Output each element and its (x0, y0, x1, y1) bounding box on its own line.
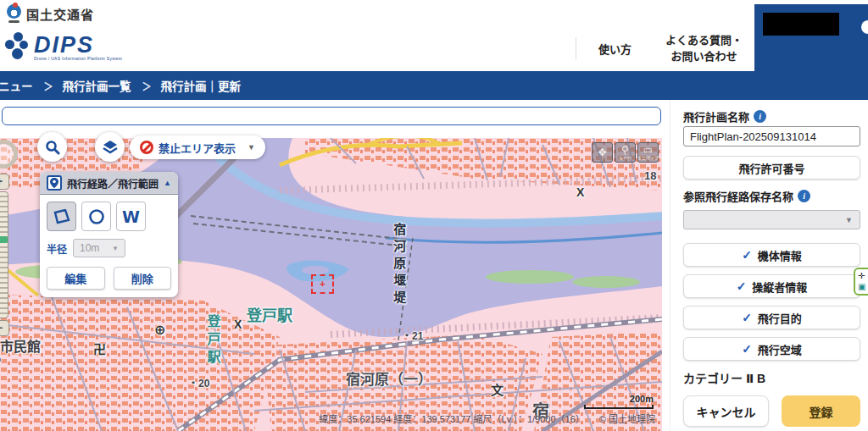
chevron-down-icon[interactable]: ▼ (248, 143, 255, 152)
flight-purpose-label: 飛行目的 (758, 310, 802, 326)
category-text: カテゴリー Ⅱ B (683, 369, 765, 386)
dips-app: 国土交通省 DIPS Drone / UAS Information Platf… (0, 0, 868, 431)
loupe-label: ルーペ (619, 155, 632, 160)
check-icon: ✓ (737, 279, 747, 293)
plan-name-label: 飛行計画名称 (683, 108, 749, 124)
chevron-up-icon[interactable]: ▲ (164, 179, 171, 187)
radius-label: 半径 (47, 241, 67, 256)
flight-permit-number-button[interactable]: 飛行許可番号 (683, 156, 860, 180)
minimap-label: ミニマップ (637, 155, 659, 160)
ref-route-select[interactable]: ▼ (683, 210, 860, 229)
map-label: ・20 (188, 379, 209, 390)
zoom-level-marker[interactable] (0, 236, 8, 243)
government-bar: 国土交通省 (0, 0, 868, 25)
map-label: ⊕ (154, 323, 165, 338)
map-copyright: © 国土地理院 (599, 414, 655, 424)
map-zoom-control[interactable]: + − (0, 140, 14, 336)
map-label: 宿河原堰堤 (392, 223, 406, 307)
scale-text: 200m (584, 394, 654, 404)
breadcrumb-flight-plan-list[interactable]: 飛行計画一覧 (63, 77, 131, 94)
flight-airspace-label: 飛行空域 (758, 341, 802, 357)
zoom-in-button[interactable]: + (0, 174, 9, 190)
search-icon (45, 140, 60, 155)
zoom-slider[interactable] (0, 191, 8, 318)
plan-sidebar: 飛行計画名称 i 飛行許可番号 参照飛行経路保存名称 i ▼ ✓ 機体情報 ✓ … (670, 100, 868, 431)
edit-button[interactable]: 編集 (47, 267, 105, 290)
loupe-button[interactable]: ⚲ ルーペ (615, 142, 636, 163)
map-label: 文 (491, 383, 504, 397)
map-layers-button[interactable] (95, 132, 125, 162)
chevron-down-icon: ▼ (112, 245, 119, 252)
check-icon: ✓ (742, 311, 752, 324)
map-status-line: 緯度：35.621594 経度：139.573177 縮尺（Lv.）：1/900… (319, 412, 655, 425)
map-label: 市民館 (0, 340, 41, 355)
register-button[interactable]: 登録 (782, 395, 860, 427)
edge-widget[interactable]: ✛ ▣ (854, 268, 868, 296)
brand-bar: DIPS Drone / UAS Information Platform Sy… (0, 25, 868, 71)
pilot-info-button[interactable]: ✓ 操縦者情報 (683, 274, 860, 298)
map-search-button[interactable] (37, 132, 67, 162)
delete-button[interactable]: 削除 (114, 267, 172, 290)
map-label: 宿河原（一） (346, 372, 432, 389)
prohibited-area-toggle[interactable]: 禁止エリア表示 ▼ (130, 135, 265, 159)
map-label: ・21 (402, 331, 423, 343)
pilot-info-label: 操縦者情報 (752, 279, 807, 295)
dips-wordmark: DIPS (34, 34, 122, 56)
flight-route-panel-title: 飛行経路／飛行範囲 (67, 176, 164, 191)
flight-purpose-button[interactable]: ✓ 飛行目的 (683, 306, 860, 329)
check-icon: ✓ (742, 342, 752, 356)
map-label: ○ (0, 351, 2, 368)
polygon-icon (53, 209, 70, 224)
breadcrumb-separator: ＞ (142, 77, 152, 93)
circle-icon (88, 208, 105, 225)
layers-icon (102, 139, 119, 156)
route-name-input[interactable] (2, 107, 661, 125)
minimap-button[interactable]: ▭ ミニマップ (637, 142, 659, 163)
map-label: 卍 (93, 342, 106, 356)
user-icon (861, 20, 868, 34)
flight-range-selection[interactable]: + (311, 274, 334, 294)
flight-route-panel-header[interactable]: 飛行経路／飛行範囲 ▲ (40, 172, 178, 195)
plan-name-input[interactable] (683, 126, 860, 146)
info-icon[interactable]: i (754, 110, 766, 123)
nav-faq-contact[interactable]: よくある質問・ お問い合わせ (654, 25, 754, 71)
coordinates-text: 緯度：35.621594 経度：139.573177 縮尺（Lv.）：1/900… (319, 414, 584, 424)
dips-logo-icon (5, 32, 31, 61)
pan-button[interactable]: ✥ (592, 142, 613, 163)
radius-select[interactable]: 10m ▼ (73, 239, 125, 257)
draw-polygon-tool[interactable] (47, 202, 76, 231)
redacted-user-name (763, 13, 839, 36)
radius-value: 10m (80, 242, 99, 254)
no-entry-icon (140, 141, 153, 154)
cancel-button[interactable]: キャンセル (683, 395, 769, 427)
prohibited-area-label: 禁止エリア表示 (159, 140, 236, 156)
zoom-out-button[interactable]: − (0, 320, 9, 336)
flight-airspace-button[interactable]: ✓ 飛行空域 (683, 337, 860, 361)
breadcrumb-menu[interactable]: ニュー (0, 77, 33, 94)
loupe-icon: ⚲ (621, 146, 629, 155)
map-label: 18 (644, 170, 656, 183)
breadcrumb: ニュー ＞ 飛行計画一覧 ＞ 飛行計画｜更新 (0, 71, 868, 100)
map-tools: ✥ ⚲ ルーペ ▭ ミニマップ (592, 142, 659, 163)
draw-circle-tool[interactable] (81, 202, 111, 231)
minimap-icon: ▭ (643, 146, 653, 155)
draw-path-tool[interactable]: W (116, 202, 146, 231)
chevron-down-icon: ▼ (845, 216, 853, 224)
breadcrumb-flight-plan-update: 飛行計画｜更新 (161, 77, 242, 94)
ref-route-label: 参照飛行経路保存名称 (683, 188, 793, 204)
pan-icon: ✥ (598, 148, 606, 157)
dips-subtitle: Drone / UAS Information Platform System (34, 56, 122, 61)
ministry-name: 国土交通省 (26, 5, 94, 23)
nav-how-to-use[interactable]: 使い方 (576, 37, 654, 59)
flight-route-panel: 飛行経路／飛行範囲 ▲ W (40, 172, 178, 297)
map-label: 登戸駅 (204, 314, 220, 367)
check-icon: ✓ (742, 248, 752, 262)
breadcrumb-separator: ＞ (44, 77, 53, 93)
info-icon[interactable]: i (798, 190, 810, 202)
waypoint-path-icon: W (122, 207, 140, 226)
dips-logo[interactable]: DIPS Drone / UAS Information Platform Sy… (5, 32, 122, 61)
aircraft-info-button[interactable]: ✓ 機体情報 (683, 243, 860, 267)
map-label: X (234, 318, 242, 331)
route-pin-icon (47, 175, 62, 191)
map-scalebar: 200m (584, 394, 654, 409)
